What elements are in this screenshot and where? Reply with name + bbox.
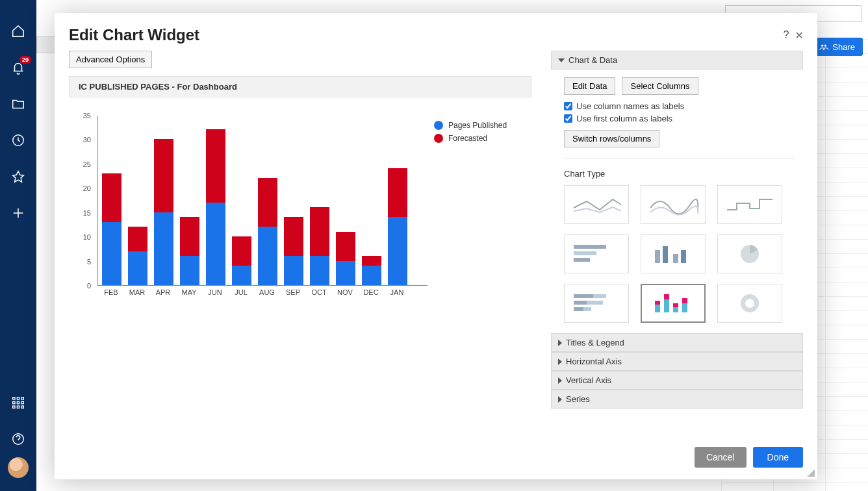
cancel-button[interactable]: Cancel: [695, 447, 747, 468]
svg-rect-28: [655, 301, 660, 305]
chart-type-smooth-line[interactable]: [641, 185, 706, 224]
svg-rect-14: [574, 251, 596, 255]
svg-rect-6: [21, 401, 23, 403]
done-button[interactable]: Done: [753, 447, 803, 468]
chart-type-vbar[interactable]: [641, 234, 706, 273]
edit-data-button[interactable]: Edit Data: [564, 77, 615, 95]
svg-rect-5: [17, 401, 19, 403]
svg-rect-2: [17, 397, 19, 399]
chart-preview-pane: Advanced Options IC PUBLISHED PAGES - Fo…: [69, 51, 531, 438]
svg-point-12: [824, 45, 827, 47]
section-vertical-axis[interactable]: Vertical Axis: [551, 371, 803, 390]
svg-rect-9: [21, 406, 23, 408]
chart-type-line[interactable]: [564, 185, 629, 224]
svg-rect-25: [574, 307, 583, 311]
modal-close-icon[interactable]: ×: [795, 28, 803, 43]
svg-point-36: [745, 299, 754, 308]
section-titles-legend[interactable]: Titles & Legend: [551, 333, 803, 352]
legend-item: Forecasted: [434, 134, 531, 143]
recent-icon[interactable]: [10, 132, 26, 148]
avatar[interactable]: [8, 457, 29, 478]
add-icon[interactable]: [10, 205, 26, 221]
svg-rect-27: [655, 305, 660, 312]
section-series[interactable]: Series: [551, 390, 803, 409]
svg-rect-15: [574, 258, 590, 262]
svg-rect-32: [673, 303, 678, 307]
modal-header: Edit Chart Widget ? ×: [55, 13, 817, 51]
modal-title: Edit Chart Widget: [69, 26, 199, 44]
chart-type-donut[interactable]: [717, 284, 782, 323]
section-horizontal-axis[interactable]: Horizontal Axis: [551, 352, 803, 371]
x-axis: FEBMARAPRMAYJUNJULAUGSEPOCTNOVDECJAN: [97, 288, 428, 301]
svg-rect-18: [673, 254, 678, 263]
svg-rect-30: [664, 294, 669, 299]
svg-rect-21: [574, 294, 593, 298]
modal-footer: Cancel Done: [55, 438, 817, 479]
share-button[interactable]: Share: [811, 38, 863, 56]
chart-type-pie[interactable]: [717, 234, 782, 273]
use-first-col-checkbox[interactable]: Use first column as labels: [564, 114, 795, 123]
apps-icon[interactable]: [10, 395, 26, 410]
svg-rect-3: [21, 397, 23, 399]
resize-handle[interactable]: [807, 469, 815, 477]
chart-type-stacked-vbar[interactable]: [641, 284, 706, 323]
chevron-right-icon: [558, 340, 562, 346]
use-col-names-checkbox[interactable]: Use column names as labels: [564, 101, 795, 111]
chart-type-step-line[interactable]: [717, 185, 782, 224]
advanced-options-button[interactable]: Advanced Options: [69, 51, 152, 68]
chevron-down-icon: [558, 58, 565, 62]
chart-title: IC PUBLISHED PAGES - For Dashboard: [69, 76, 531, 97]
legend-item: Pages Published: [434, 121, 531, 130]
modal-help-icon[interactable]: ?: [783, 29, 789, 41]
svg-rect-22: [593, 294, 606, 298]
notifications-icon[interactable]: 29: [10, 60, 26, 75]
chart-type-grid: [564, 185, 795, 323]
svg-rect-4: [13, 401, 15, 403]
svg-rect-31: [673, 307, 678, 312]
y-axis: 05101520253035: [69, 116, 95, 286]
share-label: Share: [832, 42, 855, 52]
favorites-icon[interactable]: [10, 169, 26, 184]
svg-rect-33: [682, 303, 687, 312]
chart-legend: Pages PublishedForecasted: [434, 121, 531, 147]
chart-type-stacked-hbar[interactable]: [564, 284, 629, 323]
section-chart-data[interactable]: Chart & Data: [551, 51, 803, 69]
select-columns-button[interactable]: Select Columns: [622, 77, 698, 95]
edit-chart-modal: Edit Chart Widget ? × Advanced Options I…: [55, 13, 817, 479]
options-pane: Chart & Data Edit Data Select Columns Us…: [551, 51, 803, 438]
chevron-right-icon: [558, 359, 562, 365]
folder-icon[interactable]: [10, 96, 26, 112]
app-sidebar: 29: [0, 0, 36, 491]
chart-type-label: Chart Type: [564, 169, 795, 179]
svg-rect-8: [17, 406, 19, 408]
svg-rect-13: [574, 245, 606, 249]
svg-rect-1: [13, 397, 15, 399]
chevron-right-icon: [558, 377, 562, 384]
svg-rect-24: [587, 301, 603, 305]
svg-rect-29: [664, 299, 669, 312]
svg-point-11: [821, 45, 824, 47]
svg-rect-23: [574, 301, 587, 305]
svg-rect-7: [13, 406, 15, 408]
svg-rect-26: [583, 307, 591, 311]
chart-plot: [97, 116, 428, 286]
chart-type-hbar[interactable]: [564, 234, 629, 273]
help-icon[interactable]: [10, 431, 26, 447]
svg-rect-34: [682, 298, 687, 303]
switch-rows-columns-button[interactable]: Switch rows/columns: [564, 130, 659, 147]
svg-rect-16: [655, 250, 660, 263]
svg-rect-17: [663, 246, 668, 263]
svg-rect-19: [681, 250, 686, 263]
chevron-right-icon: [558, 396, 562, 403]
home-icon[interactable]: [10, 23, 26, 39]
notification-badge: 29: [19, 56, 31, 64]
chart-area: 05101520253035 FEBMARAPRMAYJUNJULAUGSEPO…: [69, 104, 531, 305]
